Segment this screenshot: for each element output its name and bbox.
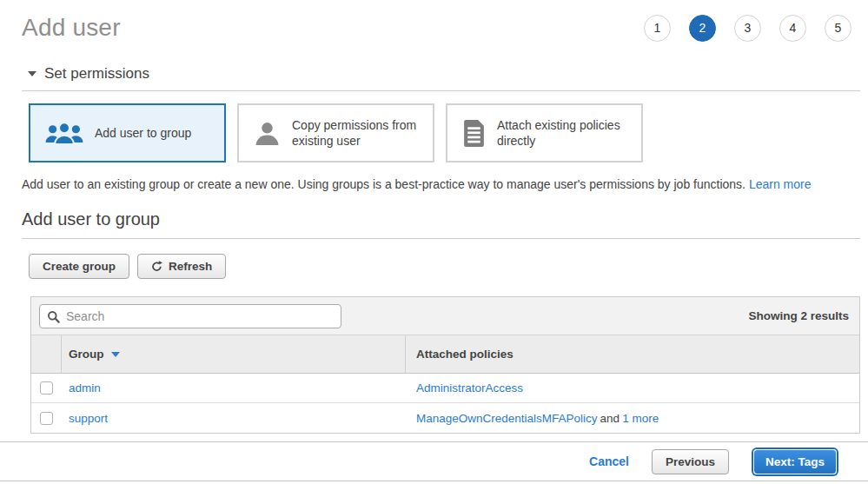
card-copy-permissions[interactable]: Copy permissions from existing user <box>237 103 434 162</box>
policies-cell: ManageOwnCredentialsMFAPolicy and 1 more <box>406 403 859 433</box>
user-icon <box>254 120 281 147</box>
refresh-icon <box>151 261 162 272</box>
table-toolbar: Showing 2 results <box>31 297 859 335</box>
create-group-button[interactable]: Create group <box>29 254 129 279</box>
group-link[interactable]: support <box>69 412 108 425</box>
attached-policies-column-label: Attached policies <box>416 348 514 361</box>
search-icon <box>47 310 60 323</box>
groups-table: Showing 2 results Group Attached policie… <box>30 296 860 434</box>
wizard-footer: Cancel Previous Next: Tags <box>0 441 868 481</box>
table-row-support: support ManageOwnCredentialsMFAPolicy an… <box>31 403 859 433</box>
main-content: Add user 1 2 3 4 5 Set permissions <box>0 0 868 434</box>
step-1: 1 <box>644 15 671 42</box>
permission-option-cards: Add user to group Copy permissions from … <box>29 103 860 162</box>
divider <box>22 90 860 91</box>
sort-descending-icon <box>111 352 120 357</box>
column-header-group[interactable]: Group <box>62 335 406 373</box>
description-text: Add user to an existing group or create … <box>22 177 745 191</box>
policies-cell: AdministratorAccess <box>406 374 859 402</box>
page-title: Add user <box>22 14 121 42</box>
step-3: 3 <box>734 15 761 42</box>
card-label: Attach existing policies directly <box>497 117 633 149</box>
row-checkbox-cell <box>31 403 62 433</box>
row-checkbox[interactable] <box>40 412 53 425</box>
card-attach-policies[interactable]: Attach existing policies directly <box>446 103 643 162</box>
row-checkbox-cell <box>31 374 62 402</box>
more-policies-link[interactable]: 1 more <box>622 412 659 425</box>
row-checkbox[interactable] <box>40 381 53 394</box>
previous-button[interactable]: Previous <box>652 449 729 474</box>
group-cell: admin <box>62 374 406 402</box>
wizard-steps: 1 2 3 4 5 <box>644 15 851 42</box>
divider <box>22 238 860 239</box>
group-column-label: Group <box>69 348 104 361</box>
card-add-user-to-group[interactable]: Add user to group <box>29 103 226 162</box>
user-group-icon <box>45 121 83 146</box>
collapse-icon <box>28 71 36 76</box>
table-row-admin: admin AdministratorAccess <box>31 374 859 403</box>
refresh-label: Refresh <box>169 260 212 273</box>
learn-more-link[interactable]: Learn more <box>749 177 812 191</box>
results-count: Showing 2 results <box>748 309 849 322</box>
card-label: Add user to group <box>95 125 191 141</box>
group-description: Add user to an existing group or create … <box>22 177 860 191</box>
group-link[interactable]: admin <box>69 381 101 394</box>
card-label: Copy permissions from existing user <box>292 117 424 149</box>
next-tags-button[interactable]: Next: Tags <box>753 449 837 474</box>
policy-link[interactable]: AdministratorAccess <box>416 381 523 394</box>
cancel-link[interactable]: Cancel <box>589 454 629 468</box>
group-actions: Create group Refresh <box>29 254 860 279</box>
group-cell: support <box>62 403 406 433</box>
refresh-button[interactable]: Refresh <box>137 254 226 279</box>
add-user-to-group-title: Add user to group <box>22 209 860 229</box>
search-wrap <box>39 304 341 328</box>
step-4: 4 <box>779 15 806 42</box>
step-5: 5 <box>825 15 851 42</box>
page-header: Add user 1 2 3 4 5 <box>22 14 860 42</box>
search-input[interactable] <box>39 304 341 328</box>
and-text: and <box>600 412 620 425</box>
column-header-attached-policies: Attached policies <box>406 335 859 373</box>
header-checkbox-cell <box>31 335 62 373</box>
step-2-active: 2 <box>689 15 716 42</box>
set-permissions-label: Set permissions <box>44 65 149 83</box>
table-header: Group Attached policies <box>31 335 859 374</box>
set-permissions-header[interactable]: Set permissions <box>28 65 860 83</box>
policy-document-icon <box>462 120 486 147</box>
policy-link[interactable]: ManageOwnCredentialsMFAPolicy <box>416 412 598 425</box>
